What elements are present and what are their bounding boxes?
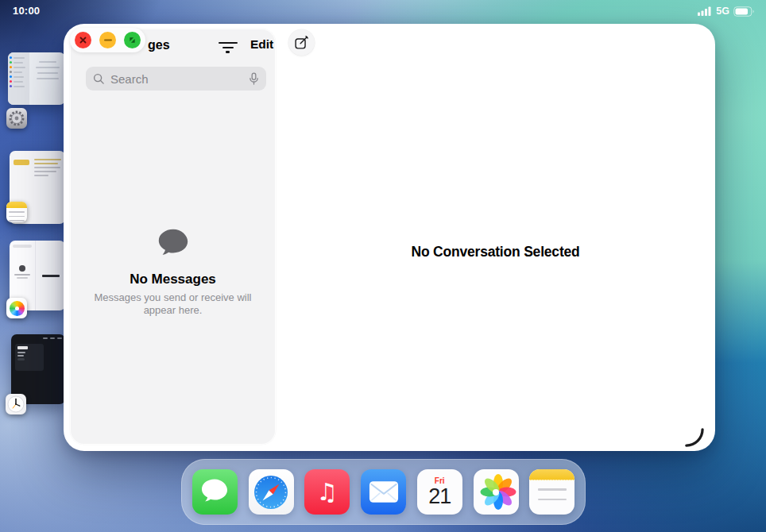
no-conversation-title: No Conversation Selected: [411, 244, 579, 260]
music-note-icon: ♫: [316, 480, 338, 504]
dock: ♫ Fri 21: [181, 459, 586, 525]
filter-button[interactable]: [218, 42, 238, 56]
conversation-pane: No Conversation Selected: [276, 24, 715, 451]
window-controls: [70, 28, 145, 52]
safari-compass-icon: [253, 474, 289, 511]
stage-thumbnail-photos[interactable]: [10, 241, 65, 310]
stage-thumbnail-settings[interactable]: [8, 52, 65, 105]
window-title-partial: ges: [148, 38, 170, 52]
messages-sidebar: ges Edit: [70, 29, 276, 445]
fullscreen-icon: [128, 36, 137, 44]
dock-calendar-icon[interactable]: Fri 21: [417, 469, 462, 515]
no-messages-title: No Messages: [70, 272, 276, 287]
notes-header-icon: [529, 469, 574, 480]
dock-notes-icon[interactable]: [529, 469, 574, 515]
message-bubble-icon: [155, 227, 192, 260]
search-bar[interactable]: [86, 67, 266, 91]
sidebar-empty-state: No Messages Messages you send or receive…: [70, 227, 276, 318]
calendar-day: 21: [428, 484, 451, 509]
photos-app-icon: [6, 298, 27, 318]
desktop-wallpaper: 10:00 5G: [0, 0, 766, 532]
fullscreen-button[interactable]: [124, 32, 141, 48]
stage-thumbnail-clock[interactable]: [11, 334, 65, 404]
close-button[interactable]: [75, 32, 91, 48]
status-cluster: 5G: [698, 6, 755, 17]
dock-mail-icon[interactable]: [361, 469, 406, 515]
no-messages-subtitle: Messages you send or receive will appear…: [88, 291, 258, 318]
filter-icon: [219, 42, 238, 44]
battery-icon: [733, 6, 755, 17]
status-time: 10:00: [13, 5, 40, 17]
window-resize-handle[interactable]: [683, 426, 704, 447]
dock-safari-icon[interactable]: [249, 469, 294, 515]
network-label: 5G: [716, 6, 729, 17]
search-icon: [93, 73, 105, 85]
mic-icon[interactable]: [249, 72, 259, 86]
mail-envelope-icon: [369, 480, 399, 503]
photos-flower-icon: [474, 469, 519, 515]
settings-window-preview: [8, 52, 65, 105]
signal-bars-icon: [698, 6, 712, 16]
close-icon: [79, 37, 87, 44]
minimize-button[interactable]: [99, 32, 116, 48]
messages-bubble-icon: [199, 477, 230, 507]
notes-app-icon: [6, 202, 27, 222]
edit-button[interactable]: Edit: [250, 37, 273, 52]
settings-app-icon: [6, 108, 27, 129]
dock-messages-icon[interactable]: [192, 469, 238, 515]
dock-photos-icon[interactable]: [474, 469, 519, 515]
minimize-icon: [104, 39, 112, 41]
stage-thumbnail-notes[interactable]: [10, 151, 65, 224]
clock-app-icon: [6, 394, 26, 414]
search-input[interactable]: [109, 71, 245, 87]
dock-music-icon[interactable]: ♫: [304, 469, 350, 515]
messages-window: ges Edit: [64, 24, 715, 451]
